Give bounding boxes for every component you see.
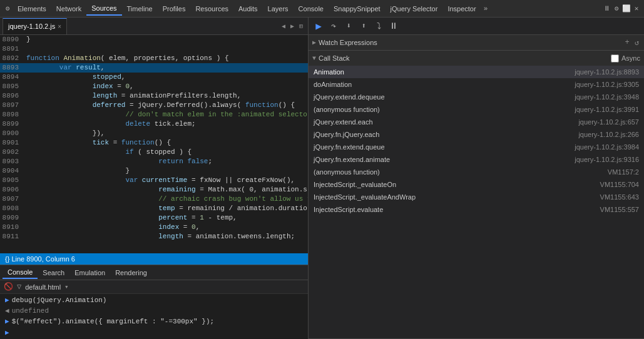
list-item: ▶ debug(jQuery.Animation) bbox=[3, 295, 305, 306]
code-lines: 8890} 8891 8892function Animation( elem,… bbox=[0, 35, 308, 253]
table-row: 8897 deferred = jQuery.Deferred().always… bbox=[0, 101, 308, 110]
cmd-arrow-icon: ▶ bbox=[5, 296, 9, 305]
table-row: 8902 if ( stopped ) { bbox=[0, 148, 308, 157]
table-row: 8891 bbox=[0, 44, 308, 54]
main-layout: jquery-1.10.2.js × ◀ ▶ ⊞ 8890} 8891 8892… bbox=[0, 18, 644, 339]
tab-console[interactable]: Console bbox=[3, 266, 38, 279]
code-editor[interactable]: 8890} 8891 8892function Animation( elem,… bbox=[0, 35, 308, 253]
nav-elements[interactable]: Elements bbox=[13, 3, 51, 15]
watch-collapse-icon: ▶ bbox=[312, 39, 316, 46]
nav-profiles[interactable]: Profiles bbox=[158, 3, 191, 15]
console-command2: $("#effect").animate({ marginLeft : "-=3… bbox=[12, 317, 214, 326]
frame-name: InjectedScript._evaluateAndWrap bbox=[314, 193, 600, 201]
tab-emulation[interactable]: Emulation bbox=[69, 267, 110, 278]
nav-network[interactable]: Network bbox=[51, 3, 86, 15]
close-icon[interactable]: ✕ bbox=[631, 4, 641, 14]
no-entry-icon[interactable]: 🚫 bbox=[4, 282, 13, 291]
tab-nav-prev[interactable]: ◀ bbox=[279, 21, 288, 31]
watch-expressions-section: ▶ Watch Expressions + ↺ bbox=[309, 35, 644, 51]
filter-icon[interactable]: ▽ bbox=[17, 282, 21, 291]
watch-add-button[interactable]: + bbox=[624, 38, 631, 48]
nav-more-icon[interactable]: » bbox=[481, 5, 491, 13]
async-checkbox[interactable] bbox=[611, 54, 619, 63]
console-output: ▶ debug(jQuery.Animation) ◀ undefined ▶ … bbox=[0, 294, 308, 339]
frame-location: jquery-1.10.2.js:657 bbox=[578, 118, 639, 126]
frame-name: InjectedScript._evaluateOn bbox=[314, 181, 600, 188]
table-row: 8896 length = animationPrefilters.length… bbox=[0, 91, 308, 101]
table-row: 8910 index = 0, bbox=[0, 223, 308, 232]
list-item: ▶ $("#effect").animate({ marginLeft : "-… bbox=[3, 316, 305, 327]
resume-button[interactable]: ▶ bbox=[312, 20, 325, 33]
stack-frame-queue[interactable]: jQuery.fn.extend.queue jquery-1.10.2.js:… bbox=[309, 141, 644, 153]
async-check: Async bbox=[611, 54, 640, 63]
table-row: 8895 index = 0, bbox=[0, 82, 308, 91]
tab-close-button[interactable]: × bbox=[58, 23, 61, 30]
nav-snippy[interactable]: SnappySnippet bbox=[329, 3, 386, 15]
console-tab-bar: Console Search Emulation Rendering bbox=[0, 265, 308, 280]
tab-search[interactable]: Search bbox=[38, 267, 69, 278]
console-context-dropdown[interactable]: ▾ bbox=[64, 283, 69, 291]
nav-inspector[interactable]: Inspector bbox=[442, 3, 481, 15]
frame-location: jquery-1.10.2.js:3948 bbox=[575, 93, 639, 101]
stack-frame-evaluateAndWrap[interactable]: InjectedScript._evaluateAndWrap VM1155:6… bbox=[309, 191, 644, 203]
frame-name: (anonymous function) bbox=[314, 168, 608, 176]
watch-refresh-button[interactable]: ↺ bbox=[633, 38, 640, 48]
tab-menu-btn[interactable]: ⊞ bbox=[297, 21, 305, 31]
step-into-button[interactable]: ⬇ bbox=[342, 20, 355, 33]
nav-audits[interactable]: Audits bbox=[233, 3, 263, 15]
source-file-tab[interactable]: jquery-1.10.2.js × bbox=[3, 18, 67, 34]
nav-console[interactable]: Console bbox=[294, 3, 329, 15]
table-row: 8900 }), bbox=[0, 129, 308, 138]
tab-nav-next[interactable]: ▶ bbox=[288, 21, 297, 31]
nav-layers[interactable]: Layers bbox=[263, 3, 294, 15]
watch-expressions-header[interactable]: ▶ Watch Expressions + ↺ bbox=[309, 35, 644, 50]
nav-jquery-selector[interactable]: jQuery Selector bbox=[386, 3, 443, 15]
tab-rendering[interactable]: Rendering bbox=[110, 267, 152, 278]
table-row: 8905 var currentTime = fxNow || createFx… bbox=[0, 176, 308, 185]
frame-location: jquery-1.10.2.js:9305 bbox=[575, 81, 639, 88]
status-bar: {} Line 8900, Column 6 bbox=[0, 253, 308, 265]
stack-frame-anon1[interactable]: (anonymous function) jquery-1.10.2.js:39… bbox=[309, 103, 644, 116]
stack-frame-each[interactable]: jQuery.extend.each jquery-1.10.2.js:657 bbox=[309, 116, 644, 128]
dock-icon[interactable]: ⬜ bbox=[621, 4, 631, 14]
frame-location: jquery-1.10.2.js:8893 bbox=[575, 68, 639, 76]
table-row: 8899 delete tick.elem; bbox=[0, 119, 308, 129]
nav-resources[interactable]: Resources bbox=[190, 3, 233, 15]
step-over-button[interactable]: ↷ bbox=[327, 20, 340, 33]
callstack-collapse-icon: ▼ bbox=[312, 55, 316, 62]
table-row: 8892function Animation( elem, properties… bbox=[0, 54, 308, 63]
right-panel: ▶ ↷ ⬇ ⬆ ⤵ ⏸ ▶ Watch Expressions + ↺ ▼ Ca… bbox=[309, 18, 644, 339]
stack-frame-jquery-each[interactable]: jQuery.fn.jQuery.each jquery-1.10.2.js:2… bbox=[309, 128, 644, 141]
console-input[interactable] bbox=[12, 328, 262, 336]
call-stack-header[interactable]: ▼ Call Stack Async bbox=[309, 51, 644, 66]
left-panel: jquery-1.10.2.js × ◀ ▶ ⊞ 8890} 8891 8892… bbox=[0, 18, 309, 339]
table-row: 8893 var result, bbox=[0, 63, 308, 73]
table-row: 8894 stopped, bbox=[0, 73, 308, 82]
table-row: 8906 remaining = Math.max( 0, animation.… bbox=[0, 185, 308, 195]
table-row: 8903 return false; bbox=[0, 157, 308, 166]
frame-location: VM1155:557 bbox=[600, 206, 639, 213]
stack-frame-animate[interactable]: jQuery.fn.extend.animate jquery-1.10.2.j… bbox=[309, 153, 644, 166]
deactivate-button[interactable]: ⏸ bbox=[387, 20, 400, 33]
devtools-logo-icon: ⚙ bbox=[3, 4, 13, 14]
stack-frame-evaluate[interactable]: InjectedScript.evaluate VM1155:557 bbox=[309, 203, 644, 216]
frame-location: VM1157:2 bbox=[608, 168, 639, 176]
console-context-bar: 🚫 ▽ default.html ▾ bbox=[0, 280, 308, 294]
frame-name: Animation bbox=[314, 68, 575, 76]
debugger-toolbar: ▶ ↷ ⬇ ⬆ ⤵ ⏸ bbox=[309, 18, 644, 35]
frame-location: jquery-1.10.2.js:9316 bbox=[575, 156, 639, 163]
nav-sources[interactable]: Sources bbox=[86, 2, 121, 16]
table-row: 8909 percent = 1 - temp, bbox=[0, 213, 308, 223]
nav-timeline[interactable]: Timeline bbox=[122, 3, 158, 15]
stack-frame-evaluateOn[interactable]: InjectedScript._evaluateOn VM1155:704 bbox=[309, 178, 644, 191]
pause-on-exception-icon[interactable]: ⏸ bbox=[601, 4, 611, 14]
stack-frame-anon2[interactable]: (anonymous function) VM1157:2 bbox=[309, 166, 644, 178]
stack-frame-animation[interactable]: Animation jquery-1.10.2.js:8893 bbox=[309, 66, 644, 78]
frame-location: jquery-1.10.2.js:3991 bbox=[575, 106, 639, 113]
source-tab-bar: jquery-1.10.2.js × ◀ ▶ ⊞ bbox=[0, 18, 308, 35]
stack-frame-dequeue[interactable]: jQuery.extend.dequeue jquery-1.10.2.js:3… bbox=[309, 91, 644, 103]
stack-frame-doanimation[interactable]: doAnimation jquery-1.10.2.js:9305 bbox=[309, 78, 644, 91]
step-out-button[interactable]: ⬆ bbox=[357, 20, 370, 33]
step-button[interactable]: ⤵ bbox=[372, 20, 385, 33]
settings-icon[interactable]: ⚙ bbox=[611, 4, 621, 14]
